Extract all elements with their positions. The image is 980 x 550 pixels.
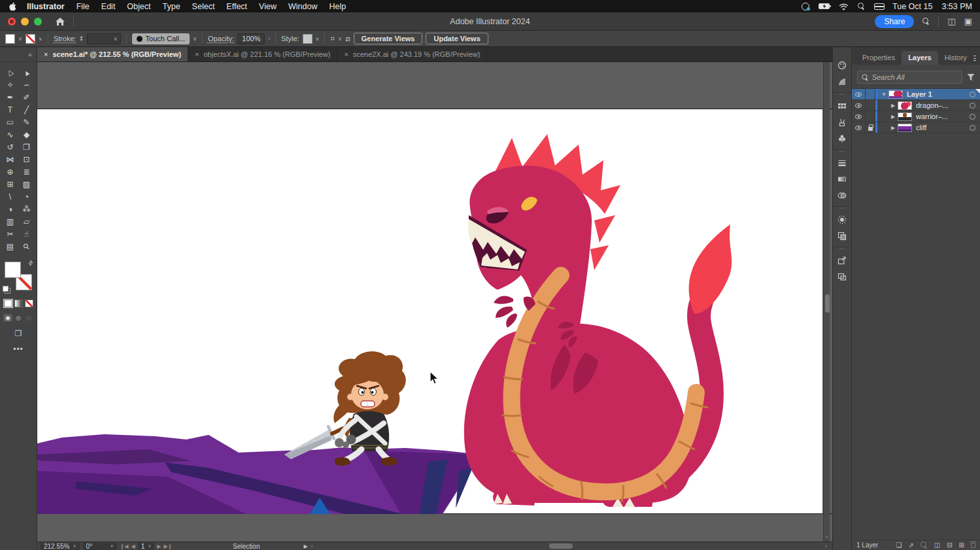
layer-name[interactable]: Layer 1 xyxy=(907,90,970,98)
layer-thumbnail[interactable] xyxy=(898,112,912,121)
status-mode-label[interactable]: Selection xyxy=(233,543,260,550)
artboard-tool[interactable]: ▱ xyxy=(18,215,35,228)
last-artboard-button[interactable]: ▶❙ xyxy=(163,543,172,549)
horizontal-scrollbar-thumb[interactable] xyxy=(549,543,573,549)
layer-name[interactable]: dragon–... xyxy=(916,101,970,109)
perspective-grid-tool[interactable]: ≣ xyxy=(18,165,35,178)
stroke-weight-stepper[interactable]: ▲▼ xyxy=(80,35,84,42)
selection-tool[interactable]: △ xyxy=(2,66,18,78)
draw-normal-icon[interactable]: ◉ xyxy=(3,314,12,322)
menu-item-type[interactable]: Type xyxy=(163,2,180,11)
menu-item-effect[interactable]: Effect xyxy=(226,2,247,11)
lock-toggle[interactable] xyxy=(866,89,875,99)
eraser-tool[interactable]: ◆ xyxy=(18,128,35,141)
stroke-dropdown-icon[interactable]: ∨ xyxy=(39,36,42,42)
collect-for-export-icon[interactable]: ❏ xyxy=(896,541,902,549)
eyedropper-tool[interactable]: \ xyxy=(2,190,18,203)
locate-object-icon[interactable] xyxy=(921,541,928,549)
layer-thumbnail[interactable] xyxy=(888,90,903,99)
color-guide-panel-icon[interactable] xyxy=(834,73,851,90)
appearance-panel-icon[interactable] xyxy=(834,211,851,228)
generate-views-button[interactable]: Generate Views xyxy=(354,33,423,44)
edit-toolbar-icon[interactable]: ••• xyxy=(13,345,24,354)
graphic-styles-panel-icon[interactable] xyxy=(834,228,851,244)
draw-behind-icon[interactable]: ◎ xyxy=(14,314,23,322)
select-similar-dropdown-icon[interactable]: ∨ xyxy=(338,36,342,42)
lock-toggle[interactable] xyxy=(866,100,875,111)
layer-row-dragon[interactable]: ▶dragon–... xyxy=(852,100,980,111)
hand-tool[interactable]: ☝ xyxy=(18,228,35,240)
symbols-panel-icon[interactable] xyxy=(834,130,851,146)
wifi-icon[interactable] xyxy=(839,3,849,10)
lock-toggle[interactable] xyxy=(866,122,875,133)
menu-item-file[interactable]: File xyxy=(76,2,90,11)
menu-item-select[interactable]: Select xyxy=(192,2,215,11)
apple-menu-icon[interactable] xyxy=(8,2,16,11)
brush-dropdown-icon[interactable]: ∨ xyxy=(193,36,197,42)
menu-item-view[interactable]: View xyxy=(259,2,277,11)
minimize-window-button[interactable] xyxy=(21,18,29,26)
shape-builder-tool[interactable]: ⊕ xyxy=(2,165,18,178)
change-screen-mode-icon[interactable]: ❐ xyxy=(15,329,22,338)
stroke-panel-icon[interactable] xyxy=(834,154,851,171)
swatches-panel-icon[interactable] xyxy=(834,97,851,114)
draw-inside-icon[interactable]: ◎ xyxy=(24,314,33,322)
fill-swatch[interactable] xyxy=(5,262,21,278)
layer-thumbnail[interactable] xyxy=(898,101,912,110)
paintbrush-tool[interactable]: ✎ xyxy=(18,116,35,128)
brushes-panel-icon[interactable] xyxy=(834,114,851,130)
panel-tab-history[interactable]: History xyxy=(938,51,973,65)
gradient-tool[interactable]: ▨ xyxy=(18,178,35,190)
document-tab-2[interactable]: ×objectsX.ai @ 221.16 % (RGB/Preview) xyxy=(188,47,337,61)
panel-tab-layers[interactable]: Layers xyxy=(902,51,938,65)
vertical-scrollbar-thumb[interactable] xyxy=(825,294,830,313)
menu-item-edit[interactable]: Edit xyxy=(101,2,116,11)
menubar-app-status-icon[interactable] xyxy=(802,3,809,10)
layers-search-field[interactable] xyxy=(857,71,962,84)
layer-name[interactable]: warrior–... xyxy=(916,112,970,120)
none-button[interactable] xyxy=(25,300,33,307)
close-tab-icon[interactable]: × xyxy=(195,50,199,58)
target-circle-icon[interactable] xyxy=(970,125,975,131)
column-graph-tool[interactable]: ▥ xyxy=(2,215,18,228)
home-icon[interactable] xyxy=(55,17,65,26)
target-circle-icon[interactable] xyxy=(970,114,975,120)
brush-definition-select[interactable]: Touch Call... xyxy=(132,33,190,44)
fill-dropdown-icon[interactable]: ∨ xyxy=(18,36,22,42)
magic-wand-tool[interactable]: ✧ xyxy=(2,78,18,91)
status-expand-icon[interactable]: ▶ xyxy=(303,543,307,549)
measure-tool[interactable]: ◔ xyxy=(18,190,35,203)
slice-tool[interactable]: ✂ xyxy=(2,228,18,240)
document-tab-3[interactable]: ×scene2X.ai @ 243.19 % (RGB/Preview) xyxy=(337,47,487,61)
menu-item-object[interactable]: Object xyxy=(127,2,150,11)
filter-icon[interactable] xyxy=(967,74,975,81)
close-window-button[interactable] xyxy=(8,18,16,26)
document-tab-1[interactable]: ×scene1.ai* @ 212.55 % (RGB/Preview) xyxy=(37,47,188,61)
share-button[interactable]: Share xyxy=(875,15,914,28)
default-fill-stroke-icon[interactable] xyxy=(3,286,8,292)
opacity-expand-icon[interactable]: › xyxy=(268,36,270,42)
stroke-weight-combo[interactable]: ∨ xyxy=(87,33,121,44)
expand-chevron-icon[interactable]: ▶ xyxy=(888,125,898,131)
first-artboard-button[interactable]: ❙◀ xyxy=(120,543,129,549)
app-search-icon[interactable] xyxy=(922,18,930,25)
artboards-panel-icon[interactable] xyxy=(834,268,851,284)
battery-icon[interactable] xyxy=(819,3,830,9)
menubar-time[interactable]: 3:53 PM xyxy=(941,2,972,11)
new-sublayer-icon[interactable]: ⊟ xyxy=(947,541,952,549)
next-artboard-button[interactable]: ▶ xyxy=(157,543,161,549)
panel-menu-icon[interactable] xyxy=(973,56,976,61)
graphic-style-swatch[interactable] xyxy=(303,34,313,44)
delete-layer-icon[interactable] xyxy=(971,543,975,548)
workspace-switcher-icon[interactable]: ◫ xyxy=(947,16,955,26)
previous-artboard-button[interactable]: ◀ xyxy=(131,543,135,549)
visibility-toggle[interactable] xyxy=(852,89,866,99)
rotation-select[interactable]: 0° ∨ xyxy=(83,543,117,550)
panel-tab-properties[interactable]: Properties xyxy=(856,51,902,65)
expand-chevron-icon[interactable]: ▼ xyxy=(879,92,888,97)
layer-thumbnail[interactable] xyxy=(898,124,912,132)
transparency-panel-icon[interactable] xyxy=(834,187,851,203)
control-center-icon[interactable] xyxy=(874,3,883,10)
isolate-object-icon[interactable]: ⧄ xyxy=(345,34,350,43)
rectangle-tool[interactable]: ▭ xyxy=(2,116,18,128)
